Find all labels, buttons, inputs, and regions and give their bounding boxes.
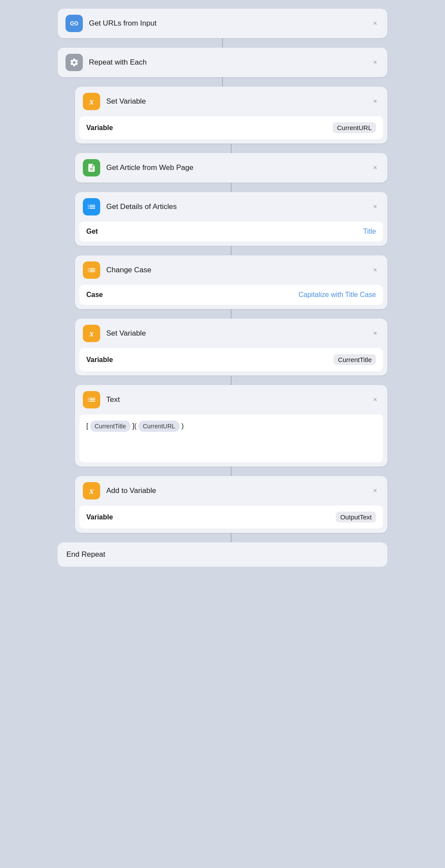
change-case-close[interactable]: × (370, 265, 380, 275)
current-url-pill[interactable]: CurrentURL (138, 421, 180, 432)
variable-2-value: CurrentTitle (334, 354, 376, 365)
change-case-body: Case Capitalize with Title Case (79, 285, 383, 305)
get-article-card: Get Article from Web Page × (75, 153, 387, 183)
text-close-paren: ) (180, 422, 184, 430)
article-icon (83, 159, 100, 176)
set-variable-2-body: Variable CurrentTitle (79, 348, 383, 371)
get-article-close[interactable]: × (370, 163, 380, 173)
get-urls-title: Get URLs from Input (89, 19, 380, 28)
card-header: Get Details of Articles × (75, 192, 387, 222)
variable-2-icon: x (83, 325, 100, 342)
connector-1 (222, 38, 223, 48)
case-value[interactable]: Capitalize with Title Case (298, 291, 376, 299)
set-variable-2-card: x Set Variable × Variable CurrentTitle (75, 319, 387, 375)
variable-2-label: Variable (86, 356, 113, 364)
card-header: Repeat with Each × (58, 48, 387, 77)
text-icon (83, 391, 100, 408)
add-variable-close[interactable]: × (370, 486, 380, 496)
connector-5 (231, 246, 232, 255)
text-card-body[interactable]: [ CurrentTitle ]( CurrentURL ) (79, 414, 383, 462)
set-variable-1-card: x Set Variable × Variable CurrentURL (75, 87, 387, 144)
add-variable-body: Variable OutputText (79, 506, 383, 529)
get-details-card: Get Details of Articles × Get Title (75, 192, 387, 246)
set-variable-2-close[interactable]: × (370, 328, 380, 339)
connector-2 (222, 77, 223, 87)
case-label: Case (86, 291, 103, 299)
card-header: Text × (75, 385, 387, 414)
change-case-title: Change Case (106, 266, 380, 274)
text-bracket-open: [ (86, 422, 90, 430)
flow-container: Get URLs from Input × Repeat with Each ×… (58, 9, 387, 567)
set-variable-1-close[interactable]: × (370, 96, 380, 107)
card-header: x Set Variable × (75, 87, 387, 116)
variable-icon: x (83, 93, 100, 110)
current-title-pill[interactable]: CurrentTitle (90, 421, 131, 432)
connector-9 (231, 533, 232, 542)
variable-label: Variable (86, 124, 113, 132)
connector-4 (231, 183, 232, 192)
card-header: Get URLs from Input × (58, 9, 387, 38)
text-card: Text × [ CurrentTitle ]( CurrentURL ) (75, 385, 387, 467)
add-variable-card: x Add to Variable × Variable OutputText (75, 476, 387, 533)
get-details-close[interactable]: × (370, 202, 380, 212)
end-repeat-card: End Repeat (58, 542, 387, 567)
get-label: Get (86, 228, 98, 235)
end-repeat-label: End Repeat (66, 550, 105, 558)
add-variable-value: OutputText (336, 512, 376, 522)
card-header: Get Article from Web Page × (75, 153, 387, 183)
variable-value: CurrentURL (333, 122, 376, 133)
add-variable-title: Add to Variable (106, 486, 380, 495)
add-variable-icon: x (83, 482, 100, 499)
card-header: x Add to Variable × (75, 476, 387, 506)
text-card-close[interactable]: × (370, 395, 380, 405)
get-article-title: Get Article from Web Page (106, 163, 380, 172)
add-variable-label: Variable (86, 513, 113, 521)
get-urls-card: Get URLs from Input × (58, 9, 387, 38)
card-header: x Set Variable × (75, 319, 387, 348)
set-variable-2-title: Set Variable (106, 329, 380, 338)
gear-icon (65, 54, 83, 71)
card-header: Change Case × (75, 255, 387, 285)
set-variable-1-title: Set Variable (106, 97, 380, 106)
link-icon (65, 15, 83, 32)
get-details-body: Get Title (79, 222, 383, 241)
repeat-each-title: Repeat with Each (89, 58, 380, 67)
change-case-card: Change Case × Case Capitalize with Title… (75, 255, 387, 309)
indent-section: x Set Variable × Variable CurrentURL Get… (58, 87, 387, 542)
text-middle: ]( (131, 422, 139, 430)
text-card-title: Text (106, 395, 380, 404)
repeat-each-card: Repeat with Each × (58, 48, 387, 77)
connector-8 (231, 467, 232, 476)
get-value[interactable]: Title (363, 228, 376, 235)
connector-3 (231, 144, 232, 153)
get-details-title: Get Details of Articles (106, 202, 380, 211)
set-variable-1-body: Variable CurrentURL (79, 116, 383, 139)
repeat-each-close[interactable]: × (370, 57, 380, 68)
details-icon (83, 198, 100, 215)
change-case-icon (83, 261, 100, 279)
get-urls-close[interactable]: × (370, 18, 380, 29)
connector-6 (231, 309, 232, 319)
connector-7 (231, 375, 232, 385)
